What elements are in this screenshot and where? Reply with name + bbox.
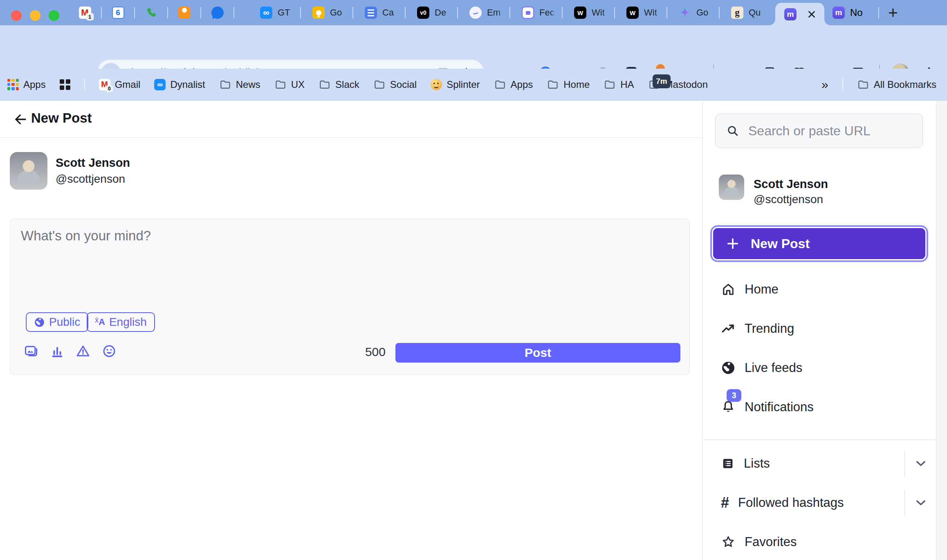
trending-icon: [721, 321, 736, 336]
gemini-icon: ✦: [679, 7, 691, 19]
close-tab-icon[interactable]: [806, 9, 817, 20]
zoom-window-button[interactable]: [49, 10, 59, 21]
pinned-tab-scale-app[interactable]: [168, 7, 200, 19]
gmail-unread-badge: 1: [86, 13, 94, 20]
chevron-down-icon[interactable]: [914, 496, 928, 510]
bookmark-grid[interactable]: [60, 79, 70, 90]
chevron-down-icon[interactable]: [914, 457, 928, 470]
attach-image-icon[interactable]: [24, 344, 38, 358]
bookmark-folder-ux[interactable]: UX: [274, 78, 305, 91]
tab-fec[interactable]: Fec: [510, 0, 563, 25]
tab-no-mastodon[interactable]: m No: [827, 0, 877, 25]
tab-go-keep[interactable]: Go: [301, 0, 353, 25]
sidebar-item-trending[interactable]: Trending: [703, 309, 936, 348]
tab-qu[interactable]: g Qu: [720, 0, 772, 25]
new-tab-button[interactable]: +: [884, 4, 902, 22]
sidebar-item-followed-hashtags[interactable]: # Followed hashtags: [703, 483, 936, 522]
google-keep-icon: [312, 7, 325, 19]
dynalist-icon: ∞: [154, 79, 166, 90]
all-bookmarks[interactable]: All Bookmarks: [857, 78, 936, 91]
visibility-button[interactable]: Public: [26, 312, 88, 332]
search-box[interactable]: Search or paste URL: [715, 114, 923, 148]
poll-icon[interactable]: [50, 344, 65, 358]
page-content: New Post Scott Jenson @scottjenson What'…: [0, 101, 947, 560]
pinned-tab-gmail[interactable]: M 1: [69, 7, 101, 19]
tab-separator: [233, 7, 234, 18]
sidebar-item-lists[interactable]: Lists: [703, 444, 936, 483]
bookmark-folder-home[interactable]: Home: [547, 78, 590, 91]
author-avatar[interactable]: [10, 152, 47, 190]
folder-icon: [494, 78, 506, 91]
search-icon: [726, 124, 739, 137]
browser-window: M 1 6 ∞ GT: [0, 0, 947, 560]
content-warning-icon[interactable]: [76, 344, 90, 358]
bookmark-folder-social[interactable]: Social: [373, 78, 417, 91]
folder-icon: [373, 78, 386, 91]
browser-toolbar: https://social.coop/publish 7m: [0, 25, 947, 69]
search-placeholder: Search or paste URL: [748, 123, 871, 139]
tab-em[interactable]: Em: [458, 0, 510, 25]
sidebar-item-home[interactable]: Home: [703, 270, 936, 309]
hashtag-icon: #: [721, 495, 729, 510]
scrollbar-gutter[interactable]: [936, 101, 947, 560]
google-messages-icon: [211, 7, 224, 19]
sidebar-avatar[interactable]: [719, 175, 744, 200]
pinned-tab-messages[interactable]: [201, 7, 233, 19]
tab-de[interactable]: v0 De: [406, 0, 458, 25]
folder-icon: [547, 78, 559, 91]
bookmarks-overflow-chevrons[interactable]: »: [821, 78, 828, 92]
active-tab-mastodon[interactable]: m: [775, 3, 824, 25]
bookmark-folder-slack[interactable]: Slack: [319, 78, 359, 91]
bookmark-splinter[interactable]: Splinter: [431, 79, 480, 90]
tab-title: Em: [487, 7, 505, 18]
close-window-button[interactable]: [11, 10, 22, 21]
character-count: 500: [349, 345, 386, 359]
macos-traffic-lights: [11, 10, 59, 21]
tab-go-gemini[interactable]: ✦ Go: [667, 0, 720, 25]
compose-box[interactable]: What's on your mind? Public x̄A English …: [10, 219, 690, 375]
tab-title: Go: [696, 7, 714, 18]
tab-gt[interactable]: ∞ GT: [249, 0, 301, 25]
new-post-button[interactable]: New Post: [712, 227, 927, 260]
post-button[interactable]: Post: [395, 343, 680, 363]
tasks-list-icon: [365, 7, 377, 19]
bookmark-folder-ha[interactable]: HA: [604, 78, 634, 91]
bookmarks-bar: Apps M 0 Gmail ∞ Dynalist News UX Slack: [0, 69, 947, 101]
pinned-tab-voice[interactable]: [135, 7, 167, 19]
goodreads-icon: g: [731, 7, 743, 19]
tab-wit-2[interactable]: W Wit: [615, 0, 667, 25]
em-app-icon: [469, 7, 482, 19]
emoji-icon[interactable]: [102, 344, 117, 358]
language-button[interactable]: x̄A English: [87, 312, 155, 332]
tab-ca[interactable]: Ca: [353, 0, 406, 25]
bookmark-dynalist[interactable]: ∞ Dynalist: [154, 79, 205, 90]
pinned-tabs: M 1 6: [69, 0, 234, 25]
header-divider: [0, 137, 702, 138]
smiley-icon: [431, 79, 442, 90]
tab-title: No: [850, 7, 871, 18]
bookmark-gmail[interactable]: M 0 Gmail: [99, 79, 141, 90]
grid-icon: [60, 79, 70, 90]
sidebar-item-notifications[interactable]: 3 Notifications: [703, 388, 936, 427]
folder-icon: [219, 78, 231, 91]
gmail-icon: M 1: [79, 7, 91, 19]
sidebar-profile-name[interactable]: Scott Jenson: [754, 177, 828, 191]
star-icon: [721, 535, 736, 549]
sidebar-item-live-feeds[interactable]: Live feeds: [703, 348, 936, 388]
tab-wit-1[interactable]: W Wit: [563, 0, 615, 25]
pinned-tab-calendar[interactable]: 6: [102, 7, 134, 19]
tab-title: Fec: [539, 7, 557, 18]
back-arrow-icon[interactable]: [12, 111, 29, 128]
extension-timer-badge: 7m: [653, 74, 671, 88]
sidebar-item-favorites[interactable]: Favorites: [703, 522, 936, 560]
apps-grid-icon: [7, 79, 19, 90]
bookmark-folder-news[interactable]: News: [219, 78, 260, 91]
home-icon: [721, 282, 736, 297]
lists-icon: [721, 457, 735, 470]
w-app-icon: W: [574, 7, 586, 19]
bookmark-apps[interactable]: Apps: [7, 79, 46, 90]
author-handle: @scottjenson: [56, 172, 125, 186]
bookmark-folder-apps[interactable]: Apps: [494, 78, 533, 91]
google-voice-icon: [145, 7, 157, 19]
minimize-window-button[interactable]: [30, 10, 40, 21]
